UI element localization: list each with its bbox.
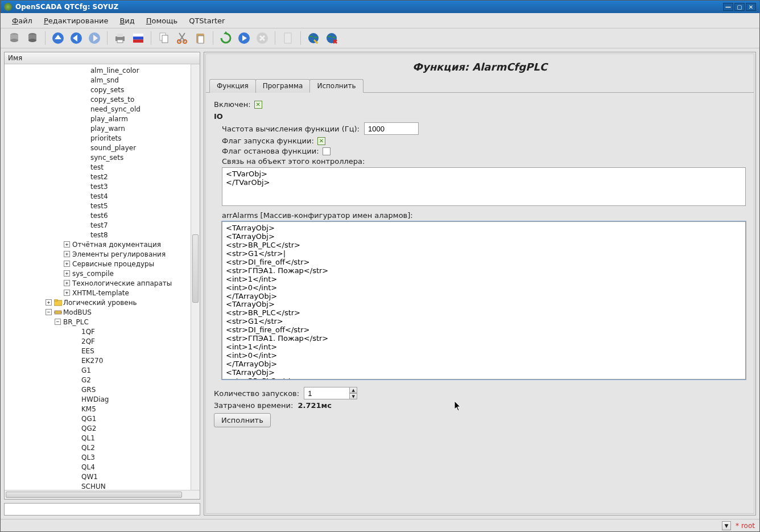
- tree-brplc-child[interactable]: QL4: [5, 462, 200, 472]
- paste-icon[interactable]: [192, 30, 208, 46]
- tree-modbus[interactable]: −ModBUS: [5, 307, 200, 317]
- tree-brplc-child[interactable]: QL3: [5, 452, 200, 462]
- tree-leaf[interactable]: need_sync_old: [5, 104, 200, 114]
- status-dropdown[interactable]: ▼: [722, 521, 731, 530]
- tree-brplc-child[interactable]: EK270: [5, 356, 200, 365]
- tree-leaf[interactable]: sync_sets: [5, 152, 200, 162]
- tree-expander-icon[interactable]: +: [64, 280, 70, 286]
- tree-expander-icon[interactable]: +: [64, 290, 70, 296]
- tree-leaf[interactable]: test8: [5, 230, 200, 240]
- tree-leaf[interactable]: test7: [5, 220, 200, 230]
- tree-leaf[interactable]: prioritets: [5, 133, 200, 143]
- menu-edit[interactable]: Редактирование: [38, 15, 114, 27]
- tree-leaf[interactable]: test6: [5, 211, 200, 220]
- tree-brplc-child[interactable]: QG2: [5, 423, 200, 433]
- enabled-checkbox[interactable]: [254, 101, 262, 109]
- tree-branch[interactable]: +Отчётная документация: [5, 240, 200, 249]
- menu-help[interactable]: Помощь: [141, 15, 183, 27]
- tree-leaf[interactable]: copy_sets_to: [5, 94, 200, 104]
- menu-view[interactable]: Вид: [114, 15, 140, 27]
- tree-item-label: play_alarm: [90, 115, 128, 123]
- tree-leaf[interactable]: alm_line_color: [5, 65, 200, 75]
- menu-qtstarter[interactable]: QTStarter: [183, 15, 230, 27]
- arr-alarms-textarea[interactable]: [222, 221, 746, 380]
- tree-leaf[interactable]: test5: [5, 201, 200, 211]
- freq-input[interactable]: [364, 122, 419, 135]
- tree-branch[interactable]: +sys_compile: [5, 269, 200, 278]
- tree-item-label: XHTML-template: [72, 289, 129, 297]
- runs-spin-down[interactable]: ▼: [349, 393, 357, 399]
- maximize-button[interactable]: ▢: [734, 3, 745, 11]
- tab-program[interactable]: Программа: [255, 79, 311, 93]
- tree-leaf[interactable]: test4: [5, 191, 200, 201]
- startflag-checkbox[interactable]: [317, 137, 325, 145]
- tree-expander-icon[interactable]: +: [64, 261, 70, 267]
- tree-body[interactable]: alm_line_coloralm_sndcopy_setscopy_sets_…: [5, 64, 200, 490]
- tree-brplc-child[interactable]: 2QF: [5, 336, 200, 346]
- runs-input[interactable]: [304, 387, 349, 399]
- tree-leaf[interactable]: test: [5, 162, 200, 172]
- tree-brplc-child[interactable]: HWDiag: [5, 394, 200, 404]
- db-gray-icon[interactable]: [6, 30, 22, 46]
- tree-branch[interactable]: +Элементы регулирования: [5, 249, 200, 259]
- tree-brplc-child[interactable]: QL2: [5, 443, 200, 452]
- enabled-label: Включен:: [214, 100, 251, 109]
- menu-file[interactable]: Файл: [6, 15, 38, 27]
- tree-branch[interactable]: +Технологические аппараты: [5, 278, 200, 288]
- execute-button[interactable]: Исполнить: [214, 413, 271, 427]
- tree-leaf[interactable]: copy_sets: [5, 85, 200, 94]
- tree-branch[interactable]: +XHTML-template: [5, 288, 200, 298]
- cut-icon[interactable]: [174, 30, 190, 46]
- tree-expander-icon[interactable]: +: [64, 251, 70, 257]
- stop-icon[interactable]: [254, 30, 270, 46]
- tree-expander-icon[interactable]: +: [64, 270, 70, 277]
- filter-input[interactable]: [4, 503, 200, 515]
- globe-tool-icon[interactable]: [305, 30, 321, 46]
- ctrl-obj-textarea[interactable]: [222, 167, 746, 206]
- tree-leaf[interactable]: play_alarm: [5, 114, 200, 123]
- tree-logical-level[interactable]: +Логический уровень: [5, 298, 200, 307]
- tree-brplc-child[interactable]: GRS: [5, 385, 200, 394]
- minimize-button[interactable]: —: [723, 3, 733, 11]
- tree-brplc-child[interactable]: QL1: [5, 433, 200, 443]
- tree-brplc-child[interactable]: G2: [5, 375, 200, 385]
- tree-brplc-child[interactable]: SCHUN: [5, 481, 200, 490]
- globe-cross-icon[interactable]: [324, 30, 340, 46]
- tree-hscrollbar[interactable]: [5, 490, 200, 499]
- tree-leaf[interactable]: test2: [5, 172, 200, 182]
- tree-brplc-child[interactable]: KM5: [5, 404, 200, 414]
- tree-brplc-child[interactable]: QG1: [5, 414, 200, 423]
- stopflag-checkbox[interactable]: [323, 147, 331, 155]
- nav-forward-icon[interactable]: [86, 30, 102, 46]
- close-button[interactable]: ✕: [746, 3, 756, 11]
- tree-brplc-child[interactable]: QW1: [5, 472, 200, 481]
- tree-expander-icon[interactable]: +: [64, 241, 70, 248]
- flag-icon[interactable]: [130, 30, 146, 46]
- tree-expander-icon[interactable]: −: [55, 319, 61, 325]
- runs-spin-up[interactable]: ▲: [349, 387, 357, 393]
- tree-item-label: test7: [90, 221, 108, 229]
- tab-execute[interactable]: Исполнить: [309, 79, 363, 93]
- tree-vscrollbar[interactable]: [191, 64, 200, 490]
- tree-branch[interactable]: +Сервисные процедуры: [5, 259, 200, 269]
- tree-leaf[interactable]: play_warn: [5, 123, 200, 133]
- tree-leaf[interactable]: sound_player: [5, 143, 200, 152]
- refresh-icon[interactable]: [218, 30, 234, 46]
- tree-brplc-child[interactable]: EES: [5, 346, 200, 356]
- tree-leaf[interactable]: alm_snd: [5, 75, 200, 85]
- copy-icon[interactable]: [156, 30, 172, 46]
- tab-function[interactable]: Функция: [209, 79, 256, 93]
- nav-back-icon[interactable]: [68, 30, 84, 46]
- tree-leaf[interactable]: test3: [5, 182, 200, 191]
- run-icon[interactable]: [236, 30, 252, 46]
- tree-brplc[interactable]: −BR_PLC: [5, 317, 200, 327]
- tree-item-label: HWDiag: [81, 395, 109, 403]
- doc-icon[interactable]: [280, 30, 296, 46]
- db-dark-icon[interactable]: [24, 30, 40, 46]
- tree-expander-icon[interactable]: +: [46, 299, 52, 306]
- tree-expander-icon[interactable]: −: [46, 309, 52, 315]
- printer-icon[interactable]: [112, 30, 128, 46]
- tree-brplc-child[interactable]: G1: [5, 365, 200, 375]
- tree-brplc-child[interactable]: 1QF: [5, 327, 200, 336]
- nav-up-icon[interactable]: [50, 30, 66, 46]
